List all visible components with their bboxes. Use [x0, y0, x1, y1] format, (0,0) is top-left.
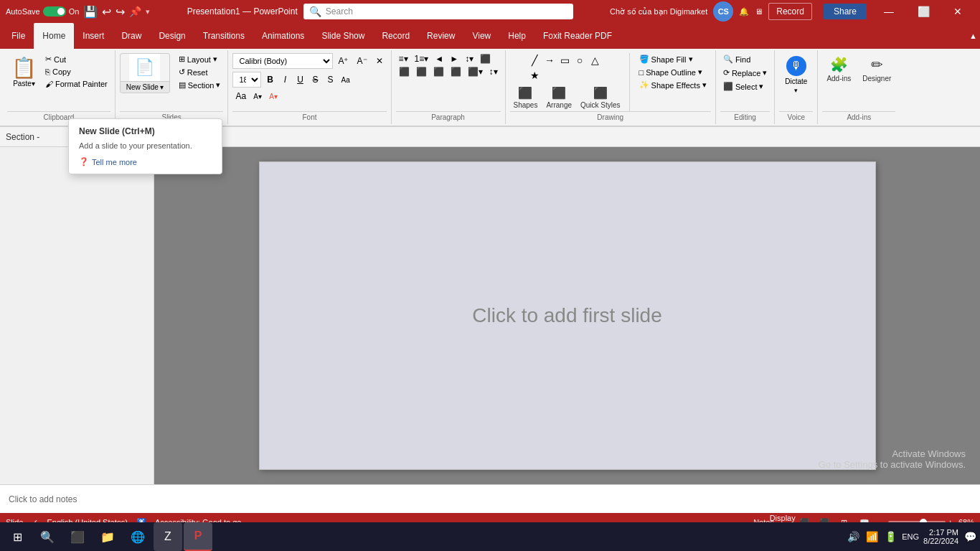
dropdown-arrow[interactable]: ▾ — [146, 7, 150, 17]
bell-icon[interactable]: 🔔 — [739, 7, 749, 17]
triangle-shape[interactable]: △ — [588, 53, 602, 67]
font-size-shrink-button[interactable]: A⁻ — [354, 55, 371, 67]
arrow-shape[interactable]: → — [542, 53, 557, 67]
user-avatar[interactable]: CS — [713, 1, 733, 22]
strikethrough-button[interactable]: S — [308, 74, 322, 85]
lang-label[interactable]: ENG — [902, 532, 919, 541]
tab-record[interactable]: Record — [373, 23, 418, 49]
tooltip-link[interactable]: ❓ Tell me more — [79, 157, 212, 166]
font-highlight-button[interactable]: A▾ — [250, 92, 265, 101]
tab-view[interactable]: View — [463, 23, 499, 49]
copy-button[interactable]: ⎘ Copy — [42, 66, 110, 77]
start-button[interactable]: ⊞ — [3, 522, 32, 551]
dictate-dropdown[interactable]: ▾ — [794, 87, 798, 94]
columns-button[interactable]: ⬛▾ — [465, 66, 486, 77]
rect-shape[interactable]: ▭ — [557, 53, 572, 67]
quick-styles-button[interactable]: ⬛ Quick Styles — [577, 84, 624, 111]
chrome-button[interactable]: 🌐 — [123, 522, 152, 551]
format-painter-button[interactable]: 🖌 Format Painter — [42, 78, 110, 90]
powerpoint-taskbar-button[interactable]: P — [184, 522, 212, 551]
shadow-button[interactable]: S — [323, 74, 337, 85]
font-family-select[interactable]: Calibri (Body) — [232, 53, 333, 69]
tab-home[interactable]: Home — [34, 23, 74, 49]
text-direction-button[interactable]: ↕▾ — [462, 53, 476, 65]
font-color-button[interactable]: A▾ — [266, 92, 281, 101]
increase-indent-button[interactable]: ► — [447, 53, 461, 65]
slide-canvas[interactable]: Click to add first slide — [259, 161, 876, 470]
align-right-button[interactable]: ⬛ — [430, 66, 447, 77]
share-button[interactable]: Share — [824, 4, 867, 19]
tab-help[interactable]: Help — [499, 23, 534, 49]
battery-icon[interactable]: 🔋 — [883, 529, 897, 544]
shape-fill-button[interactable]: 🪣 Shape Fill ▾ — [635, 53, 711, 65]
dictate-button[interactable]: 🎙 Dictate ▾ — [779, 53, 813, 97]
bold-button[interactable]: B — [263, 74, 277, 85]
save-icon[interactable]: 💾 — [83, 5, 98, 19]
bullets-button[interactable]: ≡▾ — [396, 53, 411, 65]
underline-button[interactable]: U — [293, 74, 307, 85]
new-slide-bottom[interactable]: New Slide ▾ — [121, 81, 169, 93]
designer-button[interactable]: ✏ Designer — [858, 53, 895, 85]
network-icon[interactable]: 📶 — [864, 529, 879, 544]
zalo-button[interactable]: Z — [154, 522, 182, 551]
section-button[interactable]: ▤ Section ▾ — [176, 79, 224, 91]
arrange-button[interactable]: ⬛ Arrange — [542, 84, 575, 111]
notes-bar[interactable]: Click to add notes — [0, 484, 980, 513]
tab-design[interactable]: Design — [150, 23, 194, 49]
convert-to-smartart-button[interactable]: ⬛ — [477, 53, 494, 65]
tab-animations[interactable]: Animations — [253, 23, 313, 49]
new-slide-top[interactable]: 📄 — [129, 54, 160, 81]
cut-button[interactable]: ✂ Cut — [42, 53, 110, 65]
font-size-grow-button[interactable]: A⁺ — [334, 55, 352, 67]
canvas-area[interactable]: Click to add first slide Activate Window… — [154, 147, 980, 484]
italic-button[interactable]: I — [278, 74, 292, 85]
justify-button[interactable]: ⬛ — [448, 66, 464, 77]
font-size-select[interactable]: 18 — [232, 72, 261, 88]
file-explorer-button[interactable]: 📁 — [93, 522, 122, 551]
tab-foxit[interactable]: Foxit Reader PDF — [534, 23, 621, 49]
minimize-button[interactable]: — — [872, 0, 905, 23]
close-button[interactable]: ✕ — [941, 0, 974, 23]
select-button[interactable]: ⬛ Select ▾ — [720, 80, 770, 93]
clear-formatting-button[interactable]: ✕ — [372, 55, 387, 67]
notification-button[interactable]: 💬 — [963, 529, 977, 544]
new-slide-button[interactable]: 📄 New Slide ▾ — [120, 53, 170, 93]
line-shape[interactable]: ╱ — [527, 53, 542, 67]
add-ins-button[interactable]: 🧩 Add-ins — [822, 53, 855, 85]
find-button[interactable]: 🔍 Find — [720, 53, 770, 65]
taskbar-search[interactable]: 🔍 — [33, 522, 62, 551]
task-view-button[interactable]: ⬛ — [63, 522, 92, 551]
record-button-top[interactable]: Record — [768, 3, 812, 20]
autosave-toggle[interactable] — [43, 6, 66, 17]
tab-draw[interactable]: Draw — [113, 23, 150, 49]
volume-icon[interactable]: 🔊 — [846, 529, 860, 544]
star-shape[interactable]: ★ — [527, 68, 542, 83]
autosave-area[interactable]: AutoSave On — [6, 6, 79, 17]
char-spacing-button[interactable]: Aa — [338, 74, 352, 85]
tab-review[interactable]: Review — [418, 23, 463, 49]
oval-shape[interactable]: ○ — [573, 53, 587, 67]
align-center-button[interactable]: ⬛ — [413, 66, 430, 77]
pin-icon[interactable]: 📌 — [129, 6, 141, 17]
tab-file[interactable]: File — [3, 23, 34, 49]
numbering-button[interactable]: 1≡▾ — [412, 53, 432, 65]
shape-outline-button[interactable]: □ Shape Outline ▾ — [635, 66, 711, 78]
align-left-button[interactable]: ⬛ — [396, 66, 413, 77]
undo-icon[interactable]: ↩ — [102, 5, 111, 19]
line-spacing-button[interactable]: ↕▾ — [486, 66, 501, 77]
layout-button[interactable]: ⊞ Layout ▾ — [176, 53, 224, 65]
replace-button[interactable]: ⟳ Replace ▾ — [720, 67, 770, 79]
tab-slideshow[interactable]: Slide Show — [313, 23, 373, 49]
maximize-button[interactable]: ⬜ — [907, 0, 940, 23]
collapse-ribbon-icon[interactable]: ▲ — [969, 32, 977, 40]
tab-transitions[interactable]: Transitions — [194, 23, 253, 49]
redo-icon[interactable]: ↪ — [116, 5, 125, 19]
reset-button[interactable]: ↺ Reset — [176, 66, 224, 78]
monitor-icon[interactable]: 🖥 — [755, 7, 763, 16]
shapes-button[interactable]: ⬛ Shapes — [510, 84, 542, 111]
clock[interactable]: 2:17 PM 8/22/2024 — [923, 528, 958, 545]
slide-panel[interactable] — [0, 147, 154, 484]
paste-button[interactable]: 📋 Paste▾ — [7, 53, 41, 90]
decrease-indent-button[interactable]: ◄ — [432, 53, 446, 65]
search-box[interactable]: 🔍 Search — [303, 4, 573, 19]
